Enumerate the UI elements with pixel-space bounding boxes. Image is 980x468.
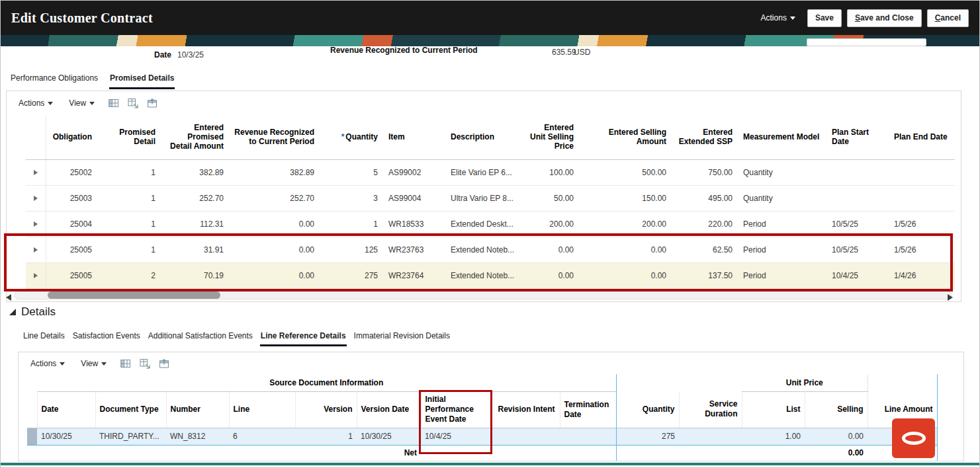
detach-icon[interactable] xyxy=(147,98,157,108)
date-value: 10/3/25 xyxy=(177,50,204,59)
export-to-excel-icon[interactable] xyxy=(140,358,150,369)
detach-icon[interactable] xyxy=(159,358,169,369)
cell-selling-amount: 150.00 xyxy=(579,185,672,211)
cell-plan-end-date xyxy=(889,159,955,185)
promised-details-table: Obligation Promised Detail Entered Promi… xyxy=(26,115,955,289)
scroll-right-arrow[interactable] xyxy=(948,294,953,301)
table-row-selected[interactable]: 25005 2 70.19 0.00 275 WR23764 Extended … xyxy=(26,262,955,288)
expand-row-icon[interactable] xyxy=(34,170,38,175)
col-measurement-model: Measurement Model xyxy=(738,115,826,159)
header-actions-menu[interactable]: Actions xyxy=(761,13,795,22)
freeze-icon[interactable] xyxy=(109,98,119,108)
cell-extended-ssp: 495.00 xyxy=(672,185,738,211)
col-item: Item xyxy=(383,115,445,159)
cell-unit-selling-price: 50.00 xyxy=(523,185,579,211)
scroll-left-arrow[interactable] xyxy=(6,294,11,301)
cell-quantity: 275 xyxy=(616,428,679,445)
cell-plan-end-date: 1/4/26 xyxy=(889,262,955,288)
cell-number: WN_8312 xyxy=(166,428,229,445)
page-header: Edit Customer Contract Actions Save Save… xyxy=(1,1,979,35)
col-version: Version xyxy=(295,391,357,428)
table-actions-menu-label: Actions xyxy=(19,98,44,108)
cell-obligation: 25004 xyxy=(46,211,97,237)
col-date: Date xyxy=(37,391,95,428)
cell-measurement-model: Quantity xyxy=(738,185,826,211)
col-document-type: Document Type xyxy=(95,391,166,428)
cell-plan-end-date xyxy=(889,185,955,211)
row-selector[interactable] xyxy=(27,428,37,445)
expand-row-icon[interactable] xyxy=(34,247,38,253)
details-view-menu[interactable]: View xyxy=(81,359,107,368)
table-view-menu[interactable]: View xyxy=(69,98,95,108)
tab-performance-obligations[interactable]: Performance Obligations xyxy=(10,69,99,89)
cell-plan-start-date: 10/5/25 xyxy=(826,211,889,237)
expand-row-icon[interactable] xyxy=(34,196,38,201)
header-actions-menu-label: Actions xyxy=(761,13,787,22)
cell-selling: 0.00 xyxy=(805,428,868,445)
cell-measurement-model: Period xyxy=(738,211,826,237)
scrollbar-thumb[interactable] xyxy=(48,292,220,299)
ask-oracle-chat-icon[interactable] xyxy=(892,418,935,458)
col-plan-start-date: Plan Start Date xyxy=(826,115,889,159)
tab-immaterial-revision-details[interactable]: Immaterial Revision Details xyxy=(353,329,451,346)
export-to-excel-icon[interactable] xyxy=(128,98,138,108)
cell-item: AS99004 xyxy=(383,185,445,211)
line-reference-details-panel: Actions View xyxy=(18,352,964,461)
cell-extended-ssp: 750.00 xyxy=(672,159,738,185)
collapse-section-icon[interactable] xyxy=(9,309,16,315)
save-and-close-button[interactable]: Save and Close xyxy=(847,9,922,27)
cell-termination-date xyxy=(560,428,616,445)
expand-row-icon[interactable] xyxy=(34,221,38,227)
tab-additional-satisfaction-events[interactable]: Additional Satisfaction Events xyxy=(148,329,253,346)
detail-row-selected[interactable]: 10/30/25 THIRD_PARTY... WN_8312 6 1 10/3… xyxy=(27,428,937,445)
col-selling: Selling xyxy=(805,391,868,428)
cell-selling-amount: 0.00 xyxy=(579,237,672,262)
col-quantity: *Quantity xyxy=(320,115,383,159)
expand-row-icon[interactable] xyxy=(34,273,38,278)
table-row[interactable]: 25005 1 31.91 0.00 125 WR23763 Extended … xyxy=(26,237,955,262)
tab-promised-details[interactable]: Promised Details xyxy=(109,69,175,89)
group-header-row: Source Document Information Unit Price xyxy=(27,375,937,391)
col-revenue-recognized: Revenue Recognized to Current Period xyxy=(229,115,320,159)
tab-line-details[interactable]: Line Details xyxy=(22,329,66,346)
cell-promised-detail: 2 xyxy=(97,262,161,288)
bottom-accent-bar xyxy=(1,463,979,465)
cell-promised-detail: 1 xyxy=(97,211,161,237)
cell-measurement-model: Quantity xyxy=(738,159,826,185)
cell-entered-amount: 252.70 xyxy=(161,185,229,211)
cell-revenue-recognized: 0.00 xyxy=(229,237,320,262)
table-row[interactable]: 25004 1 112.31 0.00 1 WR18533 Extended D… xyxy=(26,211,955,237)
save-button[interactable]: Save xyxy=(807,9,842,27)
col-quantity: Quantity xyxy=(616,391,679,428)
revenue-recognized-label: Revenue Recognized to Current Period xyxy=(330,46,478,55)
cell-plan-end-date: 1/5/26 xyxy=(889,211,955,237)
col-revision-intent: Revision Intent xyxy=(494,391,560,428)
banner-overlay-panel xyxy=(807,38,926,46)
cell-entered-amount: 31.91 xyxy=(161,237,229,262)
required-marker: * xyxy=(341,132,345,141)
cell-plan-start-date: 10/4/25 xyxy=(826,262,889,288)
details-view-menu-label: View xyxy=(81,359,98,368)
chevron-down-icon xyxy=(48,102,53,105)
details-actions-menu[interactable]: Actions xyxy=(30,359,65,368)
edit-customer-contract-page: Edit Customer Contract Actions Save Save… xyxy=(0,0,980,468)
freeze-icon[interactable] xyxy=(120,358,131,369)
cancel-button[interactable]: Cancel xyxy=(927,9,969,27)
cell-quantity: 5 xyxy=(320,159,383,185)
cell-obligation: 25003 xyxy=(46,185,97,211)
tab-satisfaction-events[interactable]: Satisfaction Events xyxy=(72,329,141,346)
cell-selling-amount: 500.00 xyxy=(579,159,672,185)
line-reference-details-table: Source Document Information Unit Price D… xyxy=(27,375,938,461)
tab-line-reference-details[interactable]: Line Reference Details xyxy=(260,329,347,346)
cell-item: WR18533 xyxy=(383,211,445,237)
table-actions-menu[interactable]: Actions xyxy=(19,98,53,108)
cell-line: 6 xyxy=(229,428,295,445)
col-service-duration: Service Duration xyxy=(679,391,742,428)
horizontal-scrollbar[interactable] xyxy=(14,291,952,299)
table-row[interactable]: 25003 1 252.70 252.70 3 AS99004 Ultra Va… xyxy=(26,185,955,211)
table-row[interactable]: 25002 1 382.89 382.89 5 AS99002 Elite Va… xyxy=(26,159,955,185)
cell-selling-amount: 0.00 xyxy=(579,262,672,288)
cell-entered-amount: 112.31 xyxy=(161,211,229,237)
col-entered-extended-ssp: Entered Extended SSP xyxy=(672,115,738,159)
revenue-recognized-value: 635.59 xyxy=(552,48,576,57)
